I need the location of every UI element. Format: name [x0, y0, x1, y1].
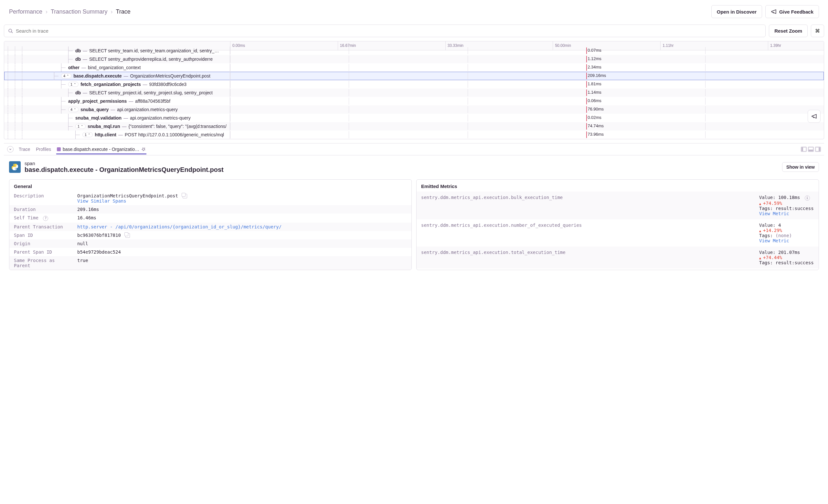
- span-row[interactable]: apply_project_permissions—aff88a704563f5…: [4, 97, 824, 105]
- span-row[interactable]: 1 ⌃snuba_mql.run—{"consistent": false, "…: [4, 122, 824, 130]
- span-bar: [586, 64, 587, 71]
- self-time-value: 16.46ms: [77, 215, 407, 221]
- metric-delta: +74.44%: [759, 255, 782, 260]
- metric-tags-label: Tags:: [759, 206, 776, 211]
- expand-toggle[interactable]: 1 ⌃: [68, 82, 79, 87]
- span-row[interactable]: 4 ⌃snuba_query—api.organization.metrics-…: [4, 105, 824, 114]
- chevron-down-icon: [9, 148, 12, 151]
- chevron-up-icon: ⌃: [81, 125, 83, 128]
- span-row[interactable]: 4 ⌃base.dispatch.execute—OrganizationMet…: [4, 72, 824, 80]
- open-in-discover-button[interactable]: Open in Discover: [711, 5, 762, 18]
- tab-span-detail[interactable]: base.dispatch.execute - Organizatio…: [56, 144, 147, 155]
- floating-feedback-button[interactable]: [808, 110, 821, 123]
- span-description: POST http://127.0.0.1:10006/generic_metr…: [125, 132, 224, 137]
- span-duration: 74.74ms: [587, 123, 604, 128]
- span-row[interactable]: db—SELECT sentry_team.id, sentry_team.or…: [4, 46, 824, 55]
- give-feedback-button[interactable]: Give Feedback: [765, 5, 819, 18]
- metric-tags-label: Tags:: [759, 233, 776, 238]
- span-row[interactable]: other—bind_organization_context2.34ms: [4, 63, 824, 72]
- svg-rect-5: [809, 150, 813, 151]
- span-duration: 209.16ms: [587, 73, 606, 78]
- layout-right-button[interactable]: [815, 147, 821, 152]
- span-op: fetch_organization_projects: [80, 82, 141, 87]
- span-op: http.client: [95, 132, 116, 137]
- tab-profiles[interactable]: Profiles: [35, 144, 52, 155]
- span-row[interactable]: db—SELECT sentry_authproviderreplica.id,…: [4, 55, 824, 63]
- span-bar: [586, 47, 587, 54]
- layout-left-button[interactable]: [801, 147, 807, 152]
- chevron-right-icon: ›: [46, 8, 47, 15]
- span-description: SELECT sentry_authproviderreplica.id, se…: [89, 56, 213, 62]
- duration-value: 209.16ms: [77, 207, 407, 212]
- span-row[interactable]: snuba_mql.validation—api.organization.me…: [4, 114, 824, 122]
- span-bar: [586, 98, 587, 104]
- span-description: 93fd380df9c6cde3: [149, 82, 187, 87]
- breadcrumb: Performance › Transaction Summary › Trac…: [9, 8, 131, 15]
- span-op: snuba_mql.validation: [75, 115, 122, 121]
- expand-toggle[interactable]: 1 ⌃: [75, 124, 86, 129]
- parent-transaction-link[interactable]: http.server - /api/0/organizations/{orga…: [77, 224, 407, 229]
- span-op: db: [75, 56, 81, 62]
- reset-zoom-button[interactable]: Reset Zoom: [769, 25, 808, 37]
- self-time-label: Self Time ?: [14, 215, 72, 221]
- description-label: Description: [14, 193, 72, 204]
- origin-label: Origin: [14, 241, 72, 246]
- span-duration: 2.34ms: [587, 65, 602, 70]
- metric-tags-label: Tags:: [759, 260, 776, 265]
- span-duration: 1.12ms: [587, 56, 602, 61]
- duration-label: Duration: [14, 207, 72, 212]
- general-title: General: [9, 180, 411, 192]
- span-bar: [586, 123, 587, 130]
- span-kind-label: span: [25, 161, 224, 166]
- span-duration: 0.06ms: [587, 98, 602, 103]
- keyboard-shortcut-button[interactable]: ⌘: [811, 25, 824, 37]
- chevron-up-icon: ⌃: [88, 133, 90, 136]
- span-row[interactable]: db—SELECT sentry_project.id, sentry_proj…: [4, 88, 824, 97]
- show-in-view-button[interactable]: Show in view: [782, 162, 819, 172]
- breadcrumb-current: Trace: [116, 8, 130, 15]
- breadcrumb-performance[interactable]: Performance: [9, 8, 42, 15]
- metric-value-label: Value: 100.18ms: [759, 195, 800, 200]
- span-duration: 0.02ms: [587, 115, 602, 120]
- copy-icon[interactable]: [125, 233, 130, 238]
- span-op: apply_project_permissions: [68, 98, 127, 104]
- megaphone-icon: [771, 9, 777, 14]
- span-description: aff88a704563f5bf: [135, 98, 170, 104]
- expand-toggle[interactable]: 4 ⌃: [68, 107, 79, 112]
- search-icon: [8, 29, 13, 34]
- view-metric-link[interactable]: View Metric: [759, 238, 789, 243]
- span-color-swatch: [57, 147, 61, 151]
- tab-trace[interactable]: Trace: [18, 144, 31, 155]
- search-input-wrap[interactable]: [4, 25, 765, 37]
- copy-icon[interactable]: [182, 194, 187, 198]
- same-process-label: Same Process as Parent: [14, 258, 72, 268]
- collapse-panel-button[interactable]: [7, 146, 13, 153]
- description-value: OrganizationMetricsQueryEndpoint.post: [77, 193, 178, 198]
- view-similar-spans-link[interactable]: View Similar Spans: [77, 198, 126, 204]
- pin-icon[interactable]: [141, 147, 146, 152]
- view-metric-link[interactable]: View Metric: [759, 211, 789, 216]
- span-row[interactable]: 1 ⌃http.client—POST http://127.0.0.1:100…: [4, 130, 824, 139]
- parent-span-id-value: b54e9729bdeac524: [77, 249, 407, 255]
- metric-row: sentry.ddm.metrics_api.execution.bulk_ex…: [417, 192, 819, 219]
- expand-toggle[interactable]: 4 ⌃: [61, 73, 72, 79]
- metric-value-label: Value: 4: [759, 222, 781, 228]
- metric-name: sentry.ddm.metrics_api.execution.bulk_ex…: [421, 195, 755, 216]
- span-description: api.organization.metrics-query: [117, 107, 178, 112]
- breadcrumb-transaction-summary[interactable]: Transaction Summary: [51, 8, 107, 15]
- info-icon[interactable]: ?: [43, 216, 48, 221]
- detail-tabs: Trace Profiles base.dispatch.execute - O…: [4, 143, 824, 155]
- span-op: snuba_mql.run: [88, 124, 120, 129]
- span-duration: 0.07ms: [587, 48, 602, 53]
- expand-toggle[interactable]: 1 ⌃: [82, 132, 93, 137]
- span-bar: [586, 131, 587, 138]
- span-row[interactable]: 1 ⌃fetch_organization_projects—93fd380df…: [4, 80, 824, 88]
- search-input[interactable]: [16, 28, 761, 34]
- parent-span-id-label: Parent Span ID: [14, 249, 72, 255]
- span-id-label: Span ID: [14, 233, 72, 238]
- info-icon[interactable]: i: [805, 196, 810, 201]
- python-icon: [9, 161, 21, 173]
- layout-bottom-button[interactable]: [808, 147, 814, 152]
- general-panel: General Description OrganizationMetricsQ…: [9, 179, 412, 270]
- span-bar: [586, 115, 587, 121]
